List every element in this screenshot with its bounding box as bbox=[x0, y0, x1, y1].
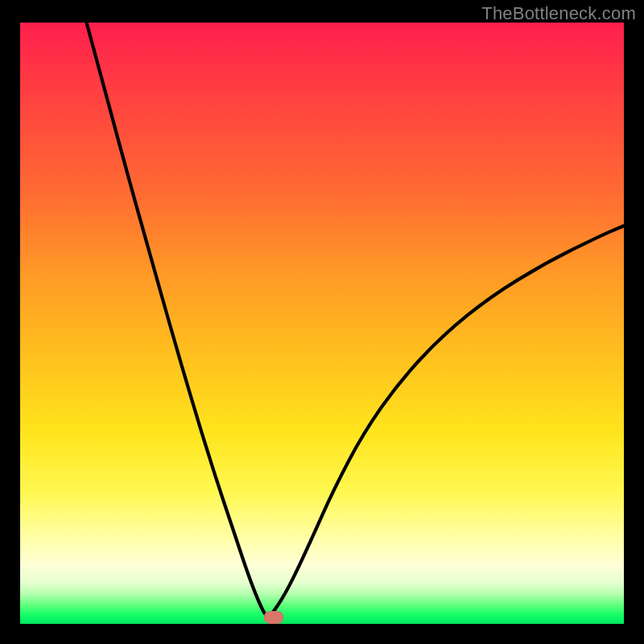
vertex-marker bbox=[264, 611, 283, 624]
chart-frame: TheBottleneck.com bbox=[0, 0, 644, 644]
watermark-text: TheBottleneck.com bbox=[481, 3, 636, 24]
plot-area bbox=[20, 23, 624, 624]
bottleneck-curve bbox=[20, 23, 624, 624]
